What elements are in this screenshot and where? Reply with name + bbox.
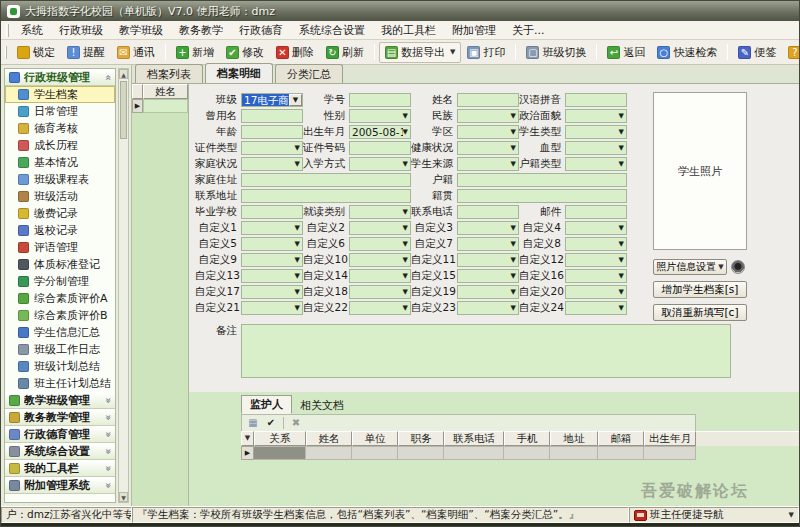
cancel-refill-button[interactable]: 取消重新填写[c] [653, 304, 747, 321]
guardian-remove-button[interactable]: ✖ [288, 416, 304, 430]
note-field[interactable] [241, 324, 731, 378]
graduate-school-field[interactable] [241, 205, 303, 219]
student-source-field[interactable]: ▼ [457, 157, 519, 171]
menu-item[interactable]: 教务教学 [171, 21, 231, 40]
guardian-col-header[interactable]: 出生年月 [644, 431, 696, 446]
custom-9-field[interactable]: ▼ [241, 253, 303, 267]
chevron-up-icon[interactable]: « [102, 74, 113, 80]
add-button[interactable]: +新增 [170, 42, 220, 63]
custom-16-field[interactable]: ▼ [565, 269, 627, 283]
enroll-method-field[interactable]: ▼ [349, 157, 411, 171]
custom-2-field[interactable]: ▼ [349, 221, 411, 235]
combo-arrow-icon[interactable]: ▼ [295, 288, 302, 296]
combo-arrow-icon[interactable]: ▼ [295, 304, 302, 312]
print-button[interactable]: ▣打印 [461, 42, 511, 63]
custom-10-field[interactable]: ▼ [349, 253, 411, 267]
home-address-field[interactable] [241, 173, 411, 187]
quick-search-button[interactable]: ○快速检索 [651, 42, 723, 63]
sidebar-item[interactable]: 体质标准登记 [5, 256, 115, 273]
guardian-col-header[interactable]: 职务 [398, 431, 444, 446]
chevron-down-icon[interactable]: » [102, 431, 113, 437]
status-dropdown-icon[interactable]: ▼ [789, 511, 794, 519]
sidebar-group-header[interactable]: 教务教学管理» [5, 409, 115, 426]
combo-arrow-icon[interactable]: ▼ [403, 208, 410, 216]
tab-archive-list[interactable]: 档案列表 [135, 64, 203, 83]
guardian-col-header[interactable]: 邮箱 [598, 431, 644, 446]
menu-item[interactable]: 系统 [13, 21, 51, 40]
sidebar-item[interactable]: 学生档案 [5, 86, 115, 103]
combo-arrow-icon[interactable]: ▼ [511, 112, 518, 120]
native-place-field[interactable] [457, 189, 627, 203]
sidebar-item[interactable]: 班级课程表 [5, 171, 115, 188]
combo-arrow-icon[interactable]: ▼ [295, 240, 302, 248]
combo-arrow-icon[interactable]: ▼ [619, 256, 626, 264]
id-number-field[interactable] [349, 141, 411, 155]
sidebar-item[interactable]: 基本情况 [5, 154, 115, 171]
combo-arrow-icon[interactable]: ▼ [403, 224, 410, 232]
sidebar-item[interactable]: 班级工作日志 [5, 341, 115, 358]
menu-item[interactable]: 我的工具栏 [373, 21, 444, 40]
custom-18-field[interactable]: ▼ [349, 285, 411, 299]
tab-related-docs[interactable]: 相关文档 [292, 397, 352, 414]
combo-arrow-icon[interactable]: ▼ [619, 288, 626, 296]
sidebar-group-header[interactable]: 行政德育管理» [5, 426, 115, 443]
sidebar-group-header[interactable]: 我的工具栏» [5, 460, 115, 477]
combo-arrow-icon[interactable]: ▼ [295, 272, 302, 280]
name-list-header[interactable]: 姓名 [143, 84, 188, 99]
custom-22-field[interactable]: ▼ [349, 301, 411, 315]
custom-19-field[interactable]: ▼ [457, 285, 519, 299]
sidebar-group-header[interactable]: 行政班级管理« [5, 69, 115, 86]
age-field[interactable] [241, 125, 303, 139]
sidebar-item[interactable]: 成长历程 [5, 137, 115, 154]
custom-6-field[interactable]: ▼ [349, 237, 411, 251]
guardian-cell[interactable] [398, 446, 444, 460]
guardian-col-header[interactable]: 地址 [550, 431, 598, 446]
email-field[interactable] [565, 205, 627, 219]
combo-arrow-icon[interactable]: ▼ [403, 240, 410, 248]
combo-arrow-icon[interactable]: ▼ [403, 160, 410, 168]
guardian-cell[interactable] [352, 446, 398, 460]
custom-14-field[interactable]: ▼ [349, 269, 411, 283]
guardian-cell[interactable] [254, 446, 306, 460]
guardian-col-header[interactable]: 姓名 [306, 431, 352, 446]
modify-button[interactable]: ✔修改 [220, 42, 270, 63]
guardian-cell[interactable] [504, 446, 550, 460]
messaging-button[interactable]: ✉通讯 [111, 42, 161, 63]
sidebar-item[interactable]: 综合素质评价A [5, 290, 115, 307]
sidebar-item[interactable]: 评语管理 [5, 239, 115, 256]
name-list-row[interactable]: ▶ [132, 99, 188, 113]
custom-11-field[interactable]: ▼ [457, 253, 519, 267]
combo-arrow-icon[interactable]: ▼ [619, 160, 626, 168]
combo-arrow-icon[interactable]: ▼ [619, 224, 626, 232]
study-category-field[interactable]: ▼ [349, 205, 411, 219]
menu-item[interactable]: 教学班级 [111, 21, 171, 40]
combo-arrow-icon[interactable]: ▼ [511, 304, 518, 312]
former-name-field[interactable] [241, 109, 303, 123]
tab-guardian[interactable]: 监护人 [241, 395, 292, 414]
custom-13-field[interactable]: ▼ [241, 269, 303, 283]
dropdown-arrow-icon[interactable]: ▼ [450, 48, 455, 56]
ethnicity-field[interactable]: ▼ [457, 109, 519, 123]
webcam-icon[interactable] [731, 260, 745, 274]
guardian-cell[interactable] [644, 446, 696, 460]
custom-12-field[interactable]: ▼ [565, 253, 627, 267]
sidebar-item[interactable]: 学生信息汇总 [5, 324, 115, 341]
combo-arrow-icon[interactable]: ▼ [619, 112, 626, 120]
sidebar-item[interactable]: 班级计划总结 [5, 358, 115, 375]
back-button[interactable]: ↩返回 [601, 42, 651, 63]
tab-archive-detail[interactable]: 档案明细 [205, 63, 273, 83]
blood-type-field[interactable]: ▼ [565, 141, 627, 155]
guardian-col-header[interactable]: 手机 [504, 431, 550, 446]
combo-arrow-icon[interactable]: ▼ [289, 94, 302, 106]
combo-arrow-icon[interactable]: ▼ [619, 272, 626, 280]
sidebar-item[interactable]: 返校记录 [5, 222, 115, 239]
tab-category-summary[interactable]: 分类汇总 [275, 64, 343, 83]
combo-arrow-icon[interactable]: ▼ [511, 240, 518, 248]
scroll-up-icon[interactable]: ▲ [119, 69, 128, 79]
help-button[interactable]: ?帮助 [782, 42, 800, 63]
custom-1-field[interactable]: ▼ [241, 221, 303, 235]
menu-item[interactable]: 行政班级 [51, 21, 111, 40]
combo-arrow-icon[interactable]: ▼ [511, 288, 518, 296]
pinyin-field[interactable] [565, 93, 627, 107]
school-district-field[interactable]: ▼ [457, 125, 519, 139]
